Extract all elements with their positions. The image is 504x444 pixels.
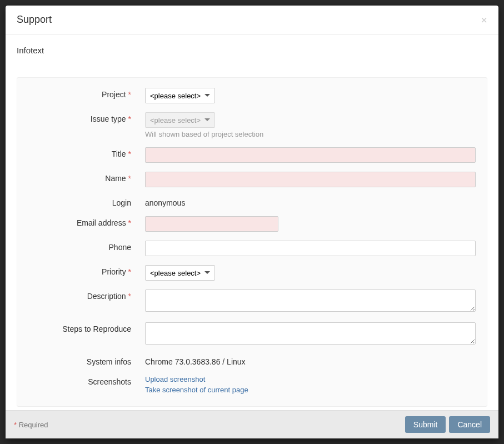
upload-screenshot-link[interactable]: Upload screenshot xyxy=(145,375,476,383)
required-marker: * xyxy=(128,90,131,99)
system-infos-row: System infos Chrome 73.0.3683.86 / Linux xyxy=(17,351,487,371)
required-marker: * xyxy=(128,267,131,276)
footer-buttons: Submit Cancel xyxy=(405,416,490,433)
submit-button[interactable]: Submit xyxy=(405,416,446,433)
email-label: Email address * xyxy=(28,216,145,227)
support-modal: Support × Infotext Project * <please sel… xyxy=(6,6,498,438)
priority-label: Priority * xyxy=(28,265,145,276)
modal-footer: * Required Submit Cancel xyxy=(6,410,498,438)
phone-label: Phone xyxy=(28,241,145,252)
steps-textarea[interactable] xyxy=(145,322,476,345)
screenshots-label: Screenshots xyxy=(28,375,145,386)
required-marker: * xyxy=(128,114,131,123)
email-input[interactable] xyxy=(145,216,278,232)
system-infos-label: System infos xyxy=(28,355,145,366)
phone-row: Phone xyxy=(17,236,487,261)
priority-row: Priority * <please select> xyxy=(17,261,487,285)
description-row: Description * xyxy=(17,285,487,318)
title-input[interactable] xyxy=(145,147,476,163)
screenshots-row: Screenshots Upload screenshot Take scree… xyxy=(17,371,487,401)
description-textarea[interactable] xyxy=(145,290,476,312)
name-label: Name * xyxy=(28,172,145,183)
issue-type-select: <please select> xyxy=(145,112,215,128)
modal-title: Support xyxy=(17,14,52,26)
modal-body: Infotext Project * <please select> Issue… xyxy=(6,34,498,410)
priority-select[interactable]: <please select> xyxy=(145,265,215,281)
project-label: Project * xyxy=(28,88,145,99)
support-form: Project * <please select> Issue type * <… xyxy=(17,77,487,407)
issue-type-help: Will shown based of project selection xyxy=(145,130,476,138)
required-marker: * xyxy=(128,218,131,227)
cancel-button[interactable]: Cancel xyxy=(449,416,490,433)
infotext: Infotext xyxy=(17,46,487,55)
title-label: Title * xyxy=(28,147,145,158)
title-row: Title * xyxy=(17,143,487,167)
login-value: anonymous xyxy=(145,196,476,207)
required-marker: * xyxy=(128,174,131,183)
description-label: Description * xyxy=(28,290,145,301)
project-row: Project * <please select> xyxy=(17,83,487,108)
phone-input[interactable] xyxy=(145,241,476,256)
steps-row: Steps to Reproduce xyxy=(17,318,487,351)
login-label: Login xyxy=(28,196,145,207)
required-note: * Required xyxy=(14,421,48,429)
issue-type-label: Issue type * xyxy=(28,112,145,123)
required-marker: * xyxy=(128,149,131,158)
system-infos-value: Chrome 73.0.3683.86 / Linux xyxy=(145,355,476,366)
name-input[interactable] xyxy=(145,172,476,187)
email-row: Email address * xyxy=(17,212,487,236)
name-row: Name * xyxy=(17,167,487,192)
required-marker: * xyxy=(128,292,131,301)
steps-label: Steps to Reproduce xyxy=(28,322,145,333)
close-icon[interactable]: × xyxy=(481,14,487,26)
modal-header: Support × xyxy=(6,6,498,34)
project-select[interactable]: <please select> xyxy=(145,88,215,103)
issue-type-row: Issue type * <please select> Will shown … xyxy=(17,108,487,143)
take-screenshot-link[interactable]: Take screenshot of current page xyxy=(145,386,476,394)
login-row: Login anonymous xyxy=(17,192,487,212)
